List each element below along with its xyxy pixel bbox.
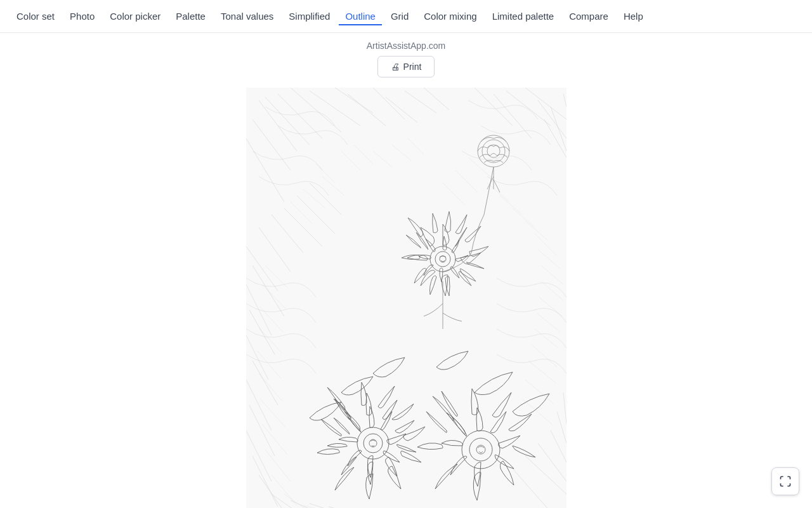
outline-image	[246, 88, 566, 508]
main-navigation: Color setPhotoColor pickerPaletteTonal v…	[0, 0, 812, 33]
nav-item-palette[interactable]: Palette	[169, 7, 212, 25]
fullscreen-button[interactable]	[771, 467, 799, 495]
nav-item-color-set[interactable]: Color set	[10, 7, 61, 25]
print-button[interactable]: 🖨 Print	[377, 56, 435, 77]
nav-item-help[interactable]: Help	[617, 7, 650, 25]
nav-item-grid[interactable]: Grid	[384, 7, 415, 25]
print-button-label: Print	[403, 62, 422, 72]
site-url: ArtistAssistApp.com	[367, 41, 445, 51]
sketch-svg	[246, 88, 566, 508]
nav-item-color-picker[interactable]: Color picker	[103, 7, 167, 25]
fullscreen-icon	[779, 475, 792, 488]
nav-item-outline[interactable]: Outline	[339, 7, 382, 25]
svg-rect-0	[246, 88, 566, 508]
nav-item-color-mixing[interactable]: Color mixing	[417, 7, 483, 25]
nav-item-limited-palette[interactable]: Limited palette	[486, 7, 561, 25]
nav-item-tonal-values[interactable]: Tonal values	[214, 7, 280, 25]
main-content: ArtistAssistApp.com 🖨 Print	[0, 33, 812, 508]
nav-item-simplified[interactable]: Simplified	[282, 7, 336, 25]
nav-item-photo[interactable]: Photo	[63, 7, 101, 25]
nav-item-compare[interactable]: Compare	[563, 7, 615, 25]
print-icon: 🖨	[391, 62, 400, 72]
